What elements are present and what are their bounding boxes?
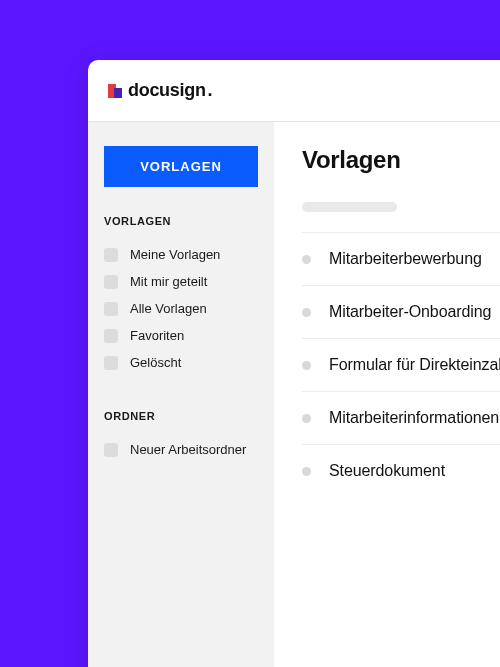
templates-primary-button[interactable]: VORLAGEN <box>104 146 258 187</box>
status-dot-icon <box>302 255 311 264</box>
sidebar-section-header-vorlagen: VORLAGEN <box>104 215 258 227</box>
sidebar-item-mit-mir-geteilt[interactable]: Mit mir geteilt <box>104 268 258 295</box>
filter-placeholder <box>302 202 397 212</box>
sidebar-item-label: Alle Vorlagen <box>130 301 207 316</box>
sidebar-item-label: Mit mir geteilt <box>130 274 207 289</box>
body: VORLAGEN VORLAGEN Meine Vorlagen Mit mir… <box>88 122 500 667</box>
filter-row <box>302 202 500 232</box>
template-row[interactable]: Formular für Direkteinzahlungen <box>302 338 500 391</box>
sidebar-item-label: Neuer Arbeitsordner <box>130 442 246 457</box>
brand-name: docusign <box>128 80 206 101</box>
folder-icon <box>104 248 118 262</box>
status-dot-icon <box>302 414 311 423</box>
sidebar-item-neuer-arbeitsordner[interactable]: Neuer Arbeitsordner <box>104 436 258 463</box>
sidebar-item-favoriten[interactable]: Favoriten <box>104 322 258 349</box>
app-window: docusign. Startseite Verwalten VORLAGEN … <box>88 60 500 667</box>
status-dot-icon <box>302 308 311 317</box>
template-name: Mitarbeiterbewerbung <box>329 250 482 268</box>
folder-icon <box>104 356 118 370</box>
sidebar-item-meine-vorlagen[interactable]: Meine Vorlagen <box>104 241 258 268</box>
sidebar: VORLAGEN VORLAGEN Meine Vorlagen Mit mir… <box>88 122 274 667</box>
template-row[interactable]: Mitarbeiterbewerbung <box>302 232 500 285</box>
folder-icon <box>104 443 118 457</box>
template-row[interactable]: Mitarbeiterinformationen <box>302 391 500 444</box>
main-content: Vorlagen Mitarbeiterbewerbung Mitarbeite… <box>274 122 500 667</box>
template-name: Formular für Direkteinzahlungen <box>329 356 500 374</box>
template-list: Mitarbeiterbewerbung Mitarbeiter-Onboard… <box>302 232 500 497</box>
template-row[interactable]: Mitarbeiter-Onboarding <box>302 285 500 338</box>
status-dot-icon <box>302 361 311 370</box>
folder-icon <box>104 302 118 316</box>
folder-icon <box>104 329 118 343</box>
sidebar-item-geloscht[interactable]: Gelöscht <box>104 349 258 376</box>
template-row[interactable]: Steuerdokument <box>302 444 500 497</box>
sidebar-item-label: Meine Vorlagen <box>130 247 220 262</box>
sidebar-item-label: Gelöscht <box>130 355 181 370</box>
sidebar-list-ordner: Neuer Arbeitsordner <box>104 436 258 463</box>
sidebar-list-vorlagen: Meine Vorlagen Mit mir geteilt Alle Vorl… <box>104 241 258 376</box>
brand-logo[interactable]: docusign. <box>108 80 213 101</box>
template-name: Mitarbeiterinformationen <box>329 409 499 427</box>
topbar: docusign. Startseite Verwalten <box>88 60 500 122</box>
sidebar-item-label: Favoriten <box>130 328 184 343</box>
folder-icon <box>104 275 118 289</box>
template-name: Mitarbeiter-Onboarding <box>329 303 491 321</box>
sidebar-item-alle-vorlagen[interactable]: Alle Vorlagen <box>104 295 258 322</box>
template-name: Steuerdokument <box>329 462 445 480</box>
sidebar-section-header-ordner: ORDNER <box>104 410 258 422</box>
docusign-logo-icon <box>108 84 122 98</box>
status-dot-icon <box>302 467 311 476</box>
page-title: Vorlagen <box>302 146 500 174</box>
